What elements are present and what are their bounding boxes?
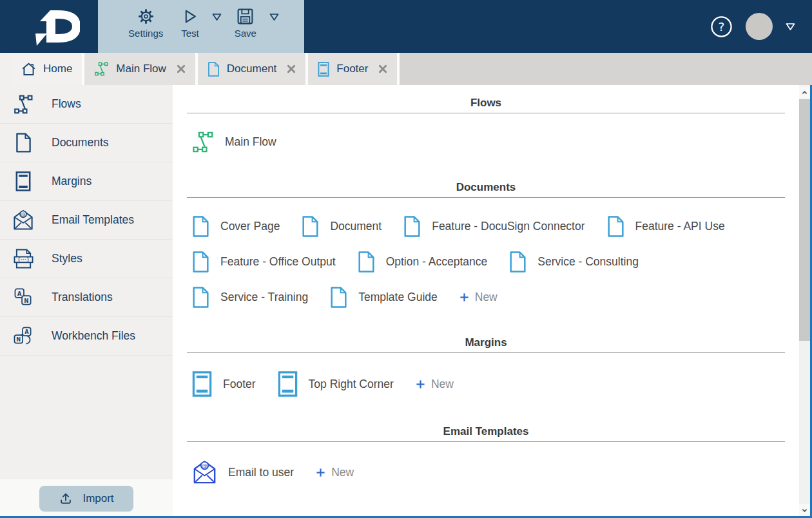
scrollbar-thumb[interactable] <box>799 99 810 341</box>
sidebar-item-workbench-files[interactable]: ANWorkbench Files <box>0 317 173 356</box>
import-button[interactable]: Import <box>39 486 133 512</box>
avatar[interactable] <box>746 13 773 40</box>
flow-icon <box>192 131 214 153</box>
svg-text:@: @ <box>202 463 208 469</box>
user-menu-dropdown-icon[interactable] <box>786 23 795 31</box>
svg-text:N: N <box>16 336 21 343</box>
scroll-down-button[interactable] <box>799 504 810 517</box>
close-tab-icon[interactable] <box>177 64 186 73</box>
sidebar-item-translations[interactable]: ANTranslations <box>0 278 173 317</box>
sidebar-item-documents[interactable]: Documents <box>0 124 173 162</box>
tab-footer[interactable]: Footer <box>308 53 400 85</box>
svg-text:{···}: {···} <box>17 256 29 263</box>
margin-icon <box>318 62 329 77</box>
help-button[interactable]: ? <box>710 15 733 38</box>
item-service-consulting[interactable]: Service - Consulting <box>509 251 639 273</box>
section-items: @Email to userNew <box>192 460 753 484</box>
sections-container: FlowsMain FlowDocumentsCover PageDocumen… <box>187 85 785 484</box>
styles-icon: {···} <box>10 249 36 269</box>
section-divider <box>187 113 785 113</box>
toolbar: SettingsTestSave <box>98 0 304 53</box>
play-icon <box>181 8 198 25</box>
section-items: FooterTop Right CornerNew <box>192 371 753 397</box>
tab-bar: HomeMain FlowDocumentFooter <box>0 53 812 85</box>
new-button[interactable]: New <box>416 378 454 391</box>
item-template-guide[interactable]: Template Guide <box>330 287 438 308</box>
section-title: Documents <box>187 181 785 194</box>
home-icon <box>21 62 36 77</box>
flow-icon <box>94 62 109 76</box>
sidebar-item-flows[interactable]: Flows <box>0 85 173 124</box>
close-tab-icon[interactable] <box>287 64 296 73</box>
document-icon <box>10 133 36 153</box>
topbar: SettingsTestSave ? <box>0 0 812 53</box>
plus-icon <box>316 468 325 477</box>
app-logo[interactable] <box>0 0 98 53</box>
document-icon <box>302 216 319 237</box>
new-button[interactable]: New <box>316 466 354 479</box>
section-divider <box>187 441 785 442</box>
settings-button[interactable]: Settings <box>119 8 172 38</box>
item-document[interactable]: Document <box>302 216 382 237</box>
tab-document[interactable]: Document <box>198 53 308 85</box>
tab-home[interactable]: Home <box>12 53 84 85</box>
section-documents: DocumentsCover PageDocumentFeature - Doc… <box>187 181 785 308</box>
logo-mark <box>18 5 80 48</box>
envelope-icon: @ <box>10 209 36 231</box>
document-icon <box>358 251 375 273</box>
test-button[interactable]: Test <box>172 8 208 38</box>
sidebar-item-email-templates[interactable]: @Email Templates <box>0 201 173 240</box>
item-service-training[interactable]: Service - Training <box>192 287 308 308</box>
plus-icon <box>416 379 425 389</box>
test-dropdown-icon[interactable] <box>208 13 226 21</box>
workbench-icon: AN <box>10 327 36 345</box>
sidebar-item-margins[interactable]: Margins <box>0 162 173 201</box>
gear-icon <box>137 8 155 25</box>
document-icon <box>403 216 421 237</box>
section-items: Cover PageDocumentFeature - DocuSign Con… <box>192 216 753 308</box>
tabbar-spacer <box>0 53 12 85</box>
item-email-to-user[interactable]: @Email to user <box>192 460 294 484</box>
tab-main-flow[interactable]: Main Flow <box>84 53 197 85</box>
document-icon <box>208 62 220 77</box>
scrollbar[interactable] <box>799 85 810 518</box>
item-footer[interactable]: Footer <box>192 371 256 397</box>
svg-text:A: A <box>17 291 21 297</box>
floppy-icon <box>237 8 254 25</box>
section-margins: MarginsFooterTop Right CornerNew <box>187 336 785 397</box>
section-flows: FlowsMain Flow <box>187 97 785 153</box>
topbar-right: ? <box>710 0 812 53</box>
section-title: Flows <box>187 97 785 110</box>
main-panel: FlowsMain FlowDocumentsCover PageDocumen… <box>173 85 812 518</box>
import-bar: Import <box>0 479 173 518</box>
save-button[interactable]: Save <box>226 8 266 38</box>
translations-icon: AN <box>10 288 36 307</box>
document-icon <box>330 287 347 308</box>
item-main-flow[interactable]: Main Flow <box>192 131 276 153</box>
margin-icon <box>278 371 298 397</box>
save-dropdown-icon[interactable] <box>266 13 283 21</box>
document-icon <box>192 287 209 308</box>
import-label: Import <box>82 492 113 505</box>
item-feature-office-output[interactable]: Feature - Office Output <box>192 251 336 273</box>
plus-icon <box>459 293 469 302</box>
document-icon <box>509 251 527 273</box>
svg-text:@: @ <box>21 211 25 217</box>
item-top-right-corner[interactable]: Top Right Corner <box>278 371 394 397</box>
scroll-up-button[interactable] <box>799 86 810 99</box>
content: FlowsDocumentsMargins@Email Templates{··… <box>0 85 812 518</box>
item-feature-api-use[interactable]: Feature - API Use <box>607 216 725 237</box>
new-button[interactable]: New <box>459 291 498 304</box>
envelope-icon: @ <box>192 460 217 484</box>
close-tab-icon[interactable] <box>378 64 387 73</box>
item-feature-docusign-connector[interactable]: Feature - DocuSign Connector <box>403 216 585 237</box>
document-icon <box>607 216 624 237</box>
svg-text:?: ? <box>719 20 725 34</box>
section-title: Email Templates <box>187 425 785 438</box>
flow-icon <box>10 95 36 114</box>
item-option-acceptance[interactable]: Option - Acceptance <box>358 251 488 273</box>
item-cover-page[interactable]: Cover Page <box>192 216 280 237</box>
sidebar-item-styles[interactable]: {···}Styles <box>0 240 173 278</box>
upload-icon <box>59 492 73 506</box>
section-title: Margins <box>187 336 785 349</box>
